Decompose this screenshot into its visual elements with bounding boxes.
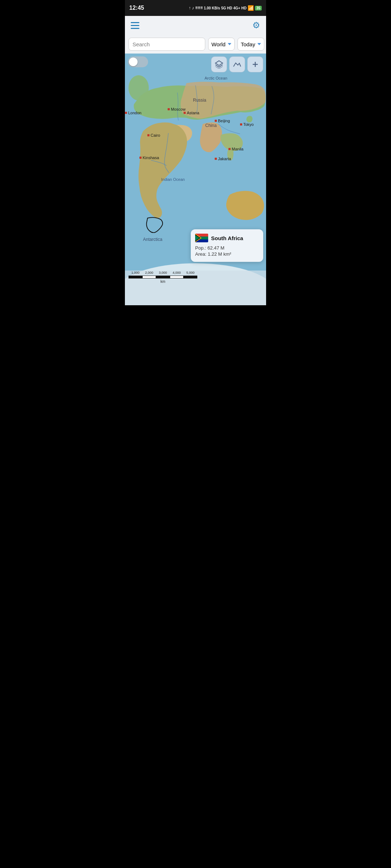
- scale-seg-5: [184, 276, 197, 278]
- toggle-knob: [129, 58, 138, 66]
- network-speed: 1.00 KB/s: [204, 6, 220, 10]
- south-africa-outline[interactable]: [146, 217, 164, 233]
- settings-icon[interactable]: ⚙: [252, 20, 260, 30]
- indian-ocean-label: Indian Ocean: [161, 177, 185, 182]
- status-bar: 12:45 ↑ ♪ ⠿⠿⠿ 1.00 KB/s 5G HD 4G+ HD 📶 3…: [125, 0, 266, 16]
- antarctica-label: Antarctica: [143, 237, 162, 242]
- tiktok-icon: ♪: [192, 5, 194, 10]
- scale-unit: km: [129, 280, 197, 284]
- map-svg: [125, 54, 266, 305]
- status-time: 12:45: [129, 5, 144, 11]
- add-button[interactable]: [247, 56, 263, 72]
- world-dropdown-label: World: [211, 41, 226, 47]
- status-icons: ↑ ♪ ⠿⠿⠿ 1.00 KB/s 5G HD 4G+ HD 📶 35: [189, 5, 262, 11]
- layers-button[interactable]: [211, 56, 227, 72]
- signal-4g: 4G+ HD: [233, 6, 246, 10]
- scale-bar: 1,000 2,000 3,000 4,000 5,000 km: [129, 271, 197, 284]
- south-africa-popup[interactable]: South Africa Pop.: 62.47 M Area: 1.22 M …: [191, 229, 263, 262]
- map-overlay-buttons: [211, 56, 263, 72]
- scale-seg-1: [129, 276, 142, 278]
- ham-line-3: [131, 28, 139, 29]
- map-area[interactable]: Arctic Ocean Moscow Astana Beijing Tokyo…: [125, 54, 266, 305]
- layer-toggle[interactable]: [128, 56, 148, 67]
- world-dropdown-chevron: [228, 43, 231, 45]
- search-row: World Today: [125, 35, 266, 54]
- south-africa-flag: [195, 234, 208, 242]
- battery-level: 35: [255, 6, 262, 10]
- scale-seg-3: [156, 276, 170, 278]
- terrain-button[interactable]: [229, 56, 245, 72]
- today-dropdown-label: Today: [241, 41, 255, 47]
- scale-labels: 1,000 2,000 3,000 4,000 5,000: [129, 271, 197, 275]
- svg-marker-4: [215, 61, 223, 65]
- popup-population: Pop.: 62.47 M: [195, 245, 259, 251]
- signal-5g: 5G HD: [221, 6, 232, 10]
- scale-seg-4: [170, 276, 184, 278]
- scale-seg-2: [142, 276, 156, 278]
- today-dropdown[interactable]: Today: [237, 38, 264, 51]
- ham-line-1: [131, 22, 139, 23]
- popup-title-row: South Africa: [195, 234, 259, 242]
- upload-icon: ↑: [189, 5, 191, 10]
- ham-line-2: [131, 25, 139, 26]
- hamburger-menu[interactable]: [131, 22, 139, 29]
- popup-country-name: South Africa: [211, 235, 243, 241]
- app-icons: ⠿⠿⠿: [195, 6, 203, 10]
- top-bar: ⚙: [125, 16, 266, 35]
- popup-area: Area: 1.22 M km²: [195, 251, 259, 257]
- today-dropdown-chevron: [257, 43, 261, 45]
- scale-line: [129, 275, 197, 279]
- world-dropdown[interactable]: World: [208, 38, 235, 51]
- wifi-icon: 📶: [248, 5, 254, 11]
- search-input[interactable]: [129, 38, 205, 51]
